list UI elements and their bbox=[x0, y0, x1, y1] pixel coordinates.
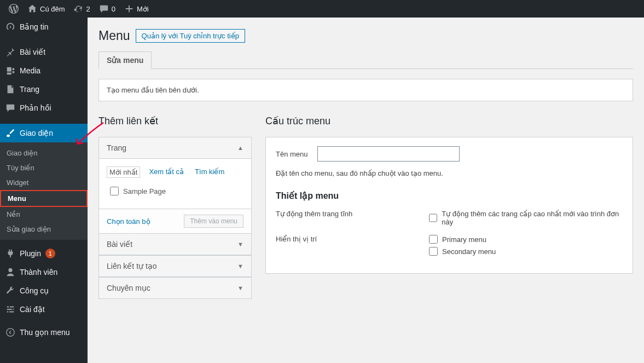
auto-add-row: Tự động thêm trang tĩnh Tự động thêm các… bbox=[276, 210, 623, 229]
menu-settings-panel: Tên menu Đặt tên cho menu, sau đó nhấp c… bbox=[265, 137, 633, 274]
accordion-categories-header[interactable]: Chuyên mục ▼ bbox=[99, 278, 251, 298]
caret-up-icon: ▲ bbox=[237, 145, 243, 151]
comment-icon bbox=[5, 103, 15, 113]
page-checkbox[interactable] bbox=[110, 187, 119, 195]
accordion-custom-header[interactable]: Liên kết tự tạo ▼ bbox=[99, 256, 251, 277]
add-links-heading: Thêm liên kết bbox=[98, 115, 252, 127]
plugin-icon bbox=[5, 249, 15, 258]
accordion-posts: Bài viết ▼ bbox=[98, 233, 252, 256]
comment-icon bbox=[99, 4, 109, 14]
add-to-menu-button[interactable]: Thêm vào menu bbox=[184, 215, 243, 228]
display-location-label: Hiển thị vị trí bbox=[276, 235, 418, 259]
site-name-link[interactable]: Cú đêm bbox=[23, 0, 69, 18]
auto-add-checkbox[interactable] bbox=[429, 214, 437, 222]
display-location-row: Hiển thị vị trí Primary menu Secondary m… bbox=[276, 235, 623, 259]
auto-add-option-label: Tự động thêm các trang cấp cao nhất mới … bbox=[442, 210, 623, 226]
media-icon bbox=[5, 66, 15, 76]
accordion-title: Liên kết tự tạo bbox=[107, 262, 157, 270]
wrench-icon bbox=[5, 286, 15, 296]
filter-tab-all[interactable]: Xem tất cả bbox=[147, 166, 186, 178]
sidebar-item-media[interactable]: Media bbox=[0, 61, 88, 80]
sidebar-item-label: Công cụ bbox=[20, 286, 49, 295]
submenu-item-editor[interactable]: Sửa giao diện bbox=[0, 222, 88, 237]
auto-add-label: Tự động thêm trang tĩnh bbox=[276, 210, 418, 229]
page-item-sample[interactable]: Sample Page bbox=[107, 185, 243, 201]
sidebar-item-label: Giao diện bbox=[20, 129, 53, 137]
plugin-update-badge: 1 bbox=[45, 249, 55, 258]
home-icon bbox=[27, 4, 37, 14]
accordion-pages-header[interactable]: Trang ▲ bbox=[99, 137, 251, 159]
accordion-categories: Chuyên mục ▼ bbox=[98, 277, 252, 299]
updates-link[interactable]: 2 bbox=[69, 0, 95, 18]
sidebar-item-plugins[interactable]: Plugin 1 bbox=[0, 244, 88, 263]
menu-name-label: Tên menu bbox=[276, 150, 310, 158]
main-wrap: Bảng tin Bài viết Media Trang Phản hồi G… bbox=[0, 18, 644, 363]
dashboard-icon bbox=[5, 22, 15, 32]
sidebar-item-tools[interactable]: Công cụ bbox=[0, 281, 88, 300]
user-icon bbox=[5, 267, 15, 277]
sidebar-item-users[interactable]: Thành viên bbox=[0, 263, 88, 281]
main-content: Menu Quản lý với Tuỳ chỉnh trực tiếp Sửa… bbox=[88, 18, 644, 363]
submenu-item-menus[interactable]: Menu bbox=[0, 190, 88, 207]
page-label: Sample Page bbox=[123, 187, 166, 195]
refresh-icon bbox=[74, 4, 84, 14]
page-icon bbox=[5, 84, 15, 94]
submenu-item-background[interactable]: Nền bbox=[0, 207, 88, 222]
submenu-item-widgets[interactable]: Widget bbox=[0, 175, 88, 190]
plus-icon bbox=[124, 4, 134, 14]
menu-structure-heading: Cấu trúc menu bbox=[265, 115, 633, 127]
admin-sidebar: Bảng tin Bài viết Media Trang Phản hồi G… bbox=[0, 18, 88, 363]
accordion-title: Trang bbox=[107, 143, 126, 152]
page-title: Menu bbox=[98, 28, 130, 43]
brush-icon bbox=[5, 128, 15, 138]
menu-name-input[interactable] bbox=[317, 146, 460, 162]
sidebar-item-settings[interactable]: Cài đặt bbox=[0, 300, 88, 319]
sidebar-item-label: Bài viết bbox=[20, 48, 45, 56]
select-all-link[interactable]: Chọn toàn bộ bbox=[107, 217, 150, 226]
tab-edit-menu[interactable]: Sửa menu bbox=[98, 51, 152, 69]
appearance-submenu: Giao diện Tùy biến Widget Menu Nền Sửa g… bbox=[0, 142, 88, 240]
accordion-pages: Trang ▲ Mới nhất Xem tất cả Tìm kiếm Sam… bbox=[98, 137, 252, 234]
sidebar-item-collapse[interactable]: Thu gọn menu bbox=[0, 323, 88, 342]
sidebar-item-label: Trang bbox=[20, 85, 39, 94]
sidebar-item-label: Thành viên bbox=[20, 268, 57, 276]
new-label: Mới bbox=[137, 5, 149, 13]
site-name-label: Cú đêm bbox=[40, 5, 65, 13]
accordion-custom-links: Liên kết tự tạo ▼ bbox=[98, 255, 252, 278]
caret-down-icon: ▼ bbox=[237, 241, 243, 247]
accordion-posts-header[interactable]: Bài viết ▼ bbox=[99, 234, 251, 255]
comments-link[interactable]: 0 bbox=[95, 0, 120, 18]
sidebar-item-posts[interactable]: Bài viết bbox=[0, 43, 88, 61]
accordion-title: Chuyên mục bbox=[107, 284, 150, 292]
wp-logo[interactable] bbox=[4, 0, 23, 18]
pages-filter-tabs: Mới nhất Xem tất cả Tìm kiếm bbox=[107, 166, 243, 178]
svg-point-0 bbox=[7, 329, 14, 336]
location-primary-checkbox[interactable] bbox=[429, 235, 438, 244]
add-links-column: Thêm liên kết Trang ▲ Mới nhất Xem tất c… bbox=[98, 115, 252, 298]
menu-name-field-row: Tên menu bbox=[276, 146, 623, 162]
sidebar-item-appearance[interactable]: Giao diện bbox=[0, 124, 88, 142]
filter-tab-recent[interactable]: Mới nhất bbox=[107, 166, 140, 178]
caret-down-icon: ▼ bbox=[237, 263, 243, 269]
nav-tabs: Sửa menu bbox=[98, 51, 633, 69]
sidebar-item-label: Thu gọn menu bbox=[20, 328, 70, 337]
sidebar-item-label: Cài đặt bbox=[20, 305, 45, 314]
sidebar-item-dashboard[interactable]: Bảng tin bbox=[0, 18, 88, 36]
sidebar-item-comments[interactable]: Phản hồi bbox=[0, 99, 88, 117]
admin-bar: Cú đêm 2 0 Mới bbox=[0, 0, 644, 18]
sidebar-item-label: Bảng tin bbox=[20, 22, 49, 31]
submenu-item-customize[interactable]: Tùy biến bbox=[0, 160, 88, 175]
wordpress-icon bbox=[9, 4, 19, 14]
location-secondary-checkbox[interactable] bbox=[429, 247, 438, 256]
manage-with-customizer-link[interactable]: Quản lý với Tuỳ chỉnh trực tiếp bbox=[136, 29, 245, 43]
menu-name-help: Đặt tên cho menu, sau đó nhấp chuột vào … bbox=[276, 169, 623, 177]
new-content-link[interactable]: Mới bbox=[120, 0, 153, 18]
caret-down-icon: ▼ bbox=[237, 285, 243, 291]
submenu-item-themes[interactable]: Giao diện bbox=[0, 146, 88, 160]
menu-structure-column: Cấu trúc menu Tên menu Đặt tên cho menu,… bbox=[265, 115, 633, 274]
filter-tab-search[interactable]: Tìm kiếm bbox=[193, 166, 227, 178]
sidebar-item-pages[interactable]: Trang bbox=[0, 80, 88, 99]
location-secondary-label: Secondary menu bbox=[442, 247, 496, 256]
accordion-title: Bài viết bbox=[107, 240, 132, 249]
sidebar-item-label: Phản hồi bbox=[20, 103, 51, 112]
